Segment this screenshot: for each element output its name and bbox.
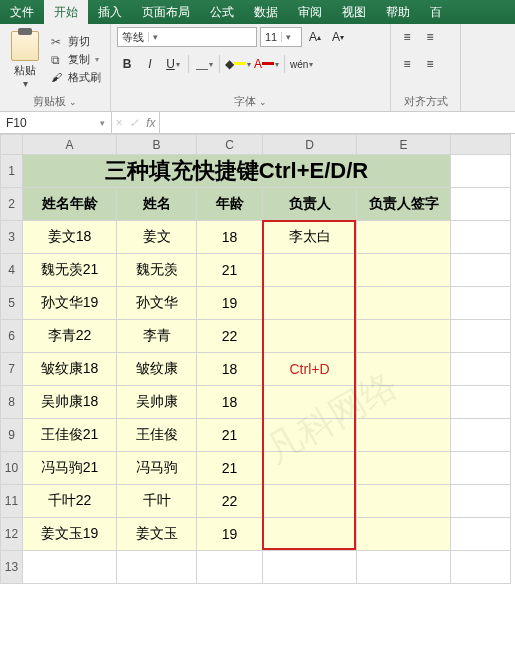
cell-c3[interactable]: 18 bbox=[197, 221, 263, 254]
row-header-3[interactable]: 3 bbox=[1, 221, 23, 254]
tab-view[interactable]: 视图 bbox=[332, 0, 376, 24]
cell-d3[interactable]: 李太白 bbox=[263, 221, 357, 254]
col-header-B[interactable]: B bbox=[117, 135, 197, 155]
tab-insert[interactable]: 插入 bbox=[88, 0, 132, 24]
cell-e11[interactable] bbox=[357, 485, 451, 518]
cell-b4[interactable]: 魏无羡 bbox=[117, 254, 197, 287]
cell-d10[interactable] bbox=[263, 452, 357, 485]
name-box[interactable]: F10▾ bbox=[0, 112, 112, 133]
cell-c8[interactable]: 18 bbox=[197, 386, 263, 419]
row-header-2[interactable]: 2 bbox=[1, 188, 23, 221]
cell-c4[interactable]: 21 bbox=[197, 254, 263, 287]
col-header-extra[interactable] bbox=[451, 135, 511, 155]
row-header-1[interactable]: 1 bbox=[1, 155, 23, 188]
cell-b10[interactable]: 冯马驹 bbox=[117, 452, 197, 485]
cell-e12[interactable] bbox=[357, 518, 451, 551]
paste-button[interactable]: 粘贴 ▾ bbox=[6, 27, 44, 92]
cell-d7[interactable]: Ctrl+D bbox=[263, 353, 357, 386]
cell-b6[interactable]: 李青 bbox=[117, 320, 197, 353]
cell-b12[interactable]: 姜文玉 bbox=[117, 518, 197, 551]
header-cell-1[interactable]: 姓名 bbox=[117, 188, 197, 221]
font-name-combo[interactable]: 等线▾ bbox=[117, 27, 257, 47]
cell-c12[interactable]: 19 bbox=[197, 518, 263, 551]
row-header-4[interactable]: 4 bbox=[1, 254, 23, 287]
row-header-7[interactable]: 7 bbox=[1, 353, 23, 386]
title-cell[interactable]: 三种填充快捷键Ctrl+E/D/R bbox=[23, 155, 451, 188]
border-button[interactable]: ▾ bbox=[194, 54, 214, 74]
phonetic-button[interactable]: wén▾ bbox=[290, 54, 313, 74]
paste-dropdown[interactable]: ▾ bbox=[23, 78, 28, 89]
cell[interactable] bbox=[451, 254, 511, 287]
cell-c9[interactable]: 21 bbox=[197, 419, 263, 452]
row-header-10[interactable]: 10 bbox=[1, 452, 23, 485]
cell-a8[interactable]: 吴帅康18 bbox=[23, 386, 117, 419]
cell-c5[interactable]: 19 bbox=[197, 287, 263, 320]
tab-data[interactable]: 数据 bbox=[244, 0, 288, 24]
cell-d5[interactable] bbox=[263, 287, 357, 320]
cell[interactable] bbox=[451, 188, 511, 221]
row-header-5[interactable]: 5 bbox=[1, 287, 23, 320]
cell-e10[interactable] bbox=[357, 452, 451, 485]
col-header-E[interactable]: E bbox=[357, 135, 451, 155]
align-left-button[interactable]: ≡ bbox=[397, 54, 417, 74]
row-header-8[interactable]: 8 bbox=[1, 386, 23, 419]
row-header-6[interactable]: 6 bbox=[1, 320, 23, 353]
row-header-11[interactable]: 11 bbox=[1, 485, 23, 518]
cell-a4[interactable]: 魏无羡21 bbox=[23, 254, 117, 287]
cell-d4[interactable] bbox=[263, 254, 357, 287]
tab-more[interactable]: 百 bbox=[420, 0, 452, 24]
cell-e3[interactable] bbox=[357, 221, 451, 254]
cell-d12[interactable] bbox=[263, 518, 357, 551]
cell-e8[interactable] bbox=[357, 386, 451, 419]
cell-d6[interactable] bbox=[263, 320, 357, 353]
cell-a11[interactable]: 千叶22 bbox=[23, 485, 117, 518]
cell-a3[interactable]: 姜文18 bbox=[23, 221, 117, 254]
cell-d11[interactable] bbox=[263, 485, 357, 518]
cell-b7[interactable]: 皱纹康 bbox=[117, 353, 197, 386]
formula-input[interactable] bbox=[160, 112, 515, 133]
cell-e9[interactable] bbox=[357, 419, 451, 452]
col-header-D[interactable]: D bbox=[263, 135, 357, 155]
tab-help[interactable]: 帮助 bbox=[376, 0, 420, 24]
italic-button[interactable]: I bbox=[140, 54, 160, 74]
cell-e4[interactable] bbox=[357, 254, 451, 287]
cut-button[interactable]: 剪切 bbox=[48, 33, 104, 50]
cell[interactable] bbox=[451, 452, 511, 485]
font-color-button[interactable]: A▾ bbox=[254, 54, 279, 74]
font-size-combo[interactable]: 11▾ bbox=[260, 27, 302, 47]
cell[interactable] bbox=[451, 221, 511, 254]
col-header-A[interactable]: A bbox=[23, 135, 117, 155]
header-cell-4[interactable]: 负责人签字 bbox=[357, 188, 451, 221]
cell-a7[interactable]: 皱纹康18 bbox=[23, 353, 117, 386]
cell[interactable] bbox=[451, 518, 511, 551]
copy-button[interactable]: 复制▾ bbox=[48, 51, 104, 68]
cell[interactable] bbox=[451, 485, 511, 518]
cell-b11[interactable]: 千叶 bbox=[117, 485, 197, 518]
cell[interactable] bbox=[451, 155, 511, 188]
select-all[interactable] bbox=[1, 135, 23, 155]
cell-b5[interactable]: 孙文华 bbox=[117, 287, 197, 320]
cell-a9[interactable]: 王佳俊21 bbox=[23, 419, 117, 452]
cell[interactable] bbox=[451, 353, 511, 386]
tab-layout[interactable]: 页面布局 bbox=[132, 0, 200, 24]
header-cell-0[interactable]: 姓名年龄 bbox=[23, 188, 117, 221]
decrease-font-button[interactable]: A▾ bbox=[328, 27, 348, 47]
tab-home[interactable]: 开始 bbox=[44, 0, 88, 24]
cell-d8[interactable] bbox=[263, 386, 357, 419]
tab-formula[interactable]: 公式 bbox=[200, 0, 244, 24]
cell-c11[interactable]: 22 bbox=[197, 485, 263, 518]
cell-c7[interactable]: 18 bbox=[197, 353, 263, 386]
cell-a5[interactable]: 孙文华19 bbox=[23, 287, 117, 320]
increase-font-button[interactable]: A▴ bbox=[305, 27, 325, 47]
cell-b9[interactable]: 王佳俊 bbox=[117, 419, 197, 452]
row-header-13[interactable]: 13 bbox=[1, 551, 23, 584]
cell[interactable] bbox=[451, 386, 511, 419]
header-cell-3[interactable]: 负责人 bbox=[263, 188, 357, 221]
cell-d9[interactable] bbox=[263, 419, 357, 452]
format-painter-button[interactable]: 格式刷 bbox=[48, 69, 104, 86]
cell[interactable] bbox=[451, 287, 511, 320]
fx-icon[interactable]: fx bbox=[146, 116, 155, 130]
fill-color-button[interactable]: ◆▾ bbox=[225, 54, 251, 74]
cell[interactable] bbox=[451, 419, 511, 452]
cell-e6[interactable] bbox=[357, 320, 451, 353]
